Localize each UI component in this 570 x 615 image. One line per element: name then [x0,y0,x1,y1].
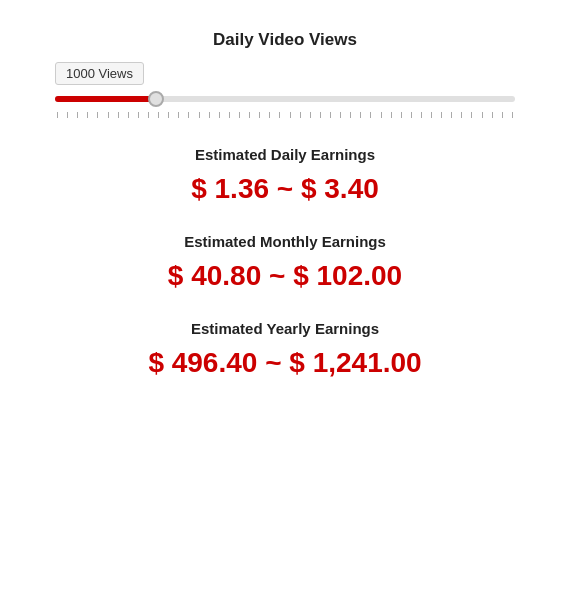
tick [330,112,331,118]
monthly-earnings-section: Estimated Monthly Earnings $ 40.80 ~ $ 1… [168,233,402,292]
tick [199,112,200,118]
tick [118,112,119,118]
tick [411,112,412,118]
tick [492,112,493,118]
tick [300,112,301,118]
slider-thumb[interactable] [148,91,164,107]
tick [381,112,382,118]
tick [512,112,513,118]
tick [67,112,68,118]
yearly-earnings-value: $ 496.40 ~ $ 1,241.00 [148,347,421,379]
yearly-earnings-section: Estimated Yearly Earnings $ 496.40 ~ $ 1… [148,320,421,379]
tick [401,112,402,118]
yearly-earnings-label: Estimated Yearly Earnings [148,320,421,337]
tick [441,112,442,118]
tick [502,112,503,118]
tick [209,112,210,118]
tick [97,112,98,118]
tick [138,112,139,118]
slider-fill [55,96,156,102]
slider-ticks [55,112,515,118]
tick [320,112,321,118]
tick [77,112,78,118]
title-section: Daily Video Views [213,30,357,50]
tick [87,112,88,118]
tick [431,112,432,118]
tick [370,112,371,118]
tick [148,112,149,118]
tick [128,112,129,118]
daily-earnings-label: Estimated Daily Earnings [191,146,379,163]
tick [340,112,341,118]
tick [461,112,462,118]
page-title: Daily Video Views [213,30,357,49]
tick [471,112,472,118]
tick [391,112,392,118]
tick [57,112,58,118]
tick [310,112,311,118]
tick [290,112,291,118]
tick [229,112,230,118]
slider-track [55,96,515,102]
daily-earnings-section: Estimated Daily Earnings $ 1.36 ~ $ 3.40 [191,146,379,205]
tick [108,112,109,118]
tick [482,112,483,118]
monthly-earnings-label: Estimated Monthly Earnings [168,233,402,250]
tick [451,112,452,118]
tick [350,112,351,118]
tick [178,112,179,118]
slider-track-wrapper[interactable] [55,89,515,109]
tick [279,112,280,118]
slider-value-label: 1000 Views [55,62,144,85]
daily-earnings-value: $ 1.36 ~ $ 3.40 [191,173,379,205]
tick [269,112,270,118]
slider-container: 1000 Views [55,62,515,118]
tick [249,112,250,118]
tick [158,112,159,118]
monthly-earnings-value: $ 40.80 ~ $ 102.00 [168,260,402,292]
tick [168,112,169,118]
tick [259,112,260,118]
tick [360,112,361,118]
tick [219,112,220,118]
tick [188,112,189,118]
tick [239,112,240,118]
tick [421,112,422,118]
